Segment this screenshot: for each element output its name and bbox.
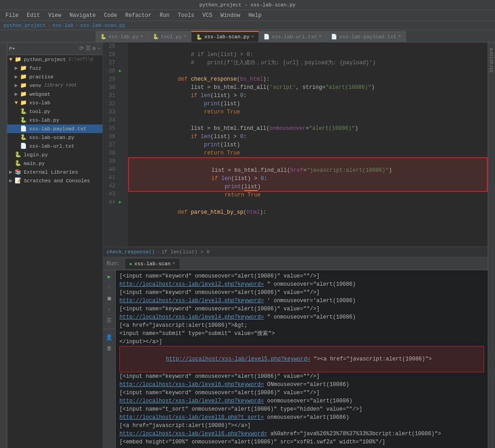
sidebar-toolbar: P▾ ⟳ ☰ ⚙ − bbox=[7, 42, 103, 55]
tab-xss-lab-py[interactable]: 🐍 xss-lab.py × bbox=[96, 31, 148, 42]
run-tab-close[interactable]: × bbox=[172, 261, 175, 266]
collapse-icon[interactable]: ☰ bbox=[86, 45, 91, 52]
output-line-6: http://localhost/xss-lab/level4.php?keyw… bbox=[119, 313, 484, 321]
breadcrumb-project[interactable]: python_project bbox=[4, 23, 46, 28]
output-line-14: http://localhost/xss-lab/level7.php?keyw… bbox=[119, 397, 484, 405]
run-down-button[interactable]: ↓ bbox=[105, 305, 114, 314]
menu-edit[interactable]: Edit bbox=[23, 11, 44, 20]
tab-tool-py[interactable]: 🐍 tool.py × bbox=[148, 31, 191, 42]
run-trash-button[interactable]: 🗑 bbox=[105, 344, 114, 353]
tab-xss-lab-url-txt[interactable]: 📄 xss-lab-url.txt × bbox=[259, 31, 326, 42]
output-line-1: [<input name="keyword" onmouseover="aler… bbox=[119, 272, 484, 280]
tree-item-fuzz[interactable]: ▶ 📁 fuzz bbox=[7, 64, 103, 72]
code-line-35: if len(list) > 0: bbox=[128, 124, 488, 133]
output-line-11: [<input name="keyword" onmouseover="aler… bbox=[119, 372, 484, 381]
code-line-39: list = bs_html.find_all(href="javascript… bbox=[129, 158, 487, 166]
run-up-button[interactable]: ↑ bbox=[105, 283, 114, 292]
tree-item-tool-py[interactable]: 🐍 tool.py bbox=[7, 107, 103, 116]
tree-item-xss-lab[interactable]: ▼ 📁 xss-lab bbox=[7, 98, 103, 107]
tab-xss-lab-scan-py[interactable]: 🐍 xss-lab-scan.py × bbox=[191, 31, 259, 42]
menu-navigate[interactable]: Navigate bbox=[66, 11, 99, 20]
run-stop-button[interactable]: ⏹ bbox=[105, 294, 114, 303]
tree-item-scratches-and-consoles[interactable]: ▶ 📝 Scratches and Consoles bbox=[7, 176, 103, 185]
tree-item-python-project[interactable]: ▼ 📁 python_project E:\soft\p bbox=[7, 55, 103, 64]
menu-view[interactable]: View bbox=[45, 11, 65, 20]
run-label: Run: bbox=[107, 261, 120, 267]
code-line-25: # if len(list) > 0: bbox=[128, 42, 488, 51]
menu-run[interactable]: Run bbox=[156, 11, 173, 20]
output-line-9: </input></a>] bbox=[119, 338, 484, 346]
tree-item-external-libraries[interactable]: ▶ 📚 External Libraries bbox=[7, 168, 103, 176]
sync-icon[interactable]: ⟳ bbox=[79, 45, 84, 52]
line-number-gutter: 25 26 27 28▶ 29 30 31 32 33 34 35 36 37 … bbox=[103, 42, 128, 247]
minimize-icon[interactable]: − bbox=[98, 46, 101, 52]
output-line-8: <input name="submit" type="submit" value… bbox=[119, 330, 484, 338]
menu-help[interactable]: Help bbox=[245, 11, 265, 20]
output-line-5: [<input name="keyword" onmouseover="aler… bbox=[119, 305, 484, 313]
code-line-29: list = bs_html.find_all('script', string… bbox=[128, 75, 488, 83]
run-user-button[interactable]: 👤 bbox=[105, 333, 114, 342]
output-line-highlight: http://localhost/xss-lab/level5.php?keyw… bbox=[119, 346, 484, 372]
settings-icon[interactable]: ⚙ bbox=[93, 45, 96, 52]
output-line-4: http://localhost/xss-lab/level3.php?keyw… bbox=[119, 297, 484, 305]
tree-item-xss-lab-payload-txt[interactable]: 📄 xss-lab-payload.txt bbox=[7, 124, 103, 133]
code-line-31: print(list) bbox=[128, 92, 488, 100]
run-controls: ▶ ↑ ⏹ ↓ ☰ 👤 🗑 bbox=[103, 270, 116, 448]
menu-vcs[interactable]: VCS bbox=[199, 11, 216, 20]
output-line-13: [<input name="keyword" onmouseover="aler… bbox=[119, 389, 484, 397]
code-line-38 bbox=[128, 149, 488, 157]
output-line-16: http://localhost/xss-lab/level10.php?t_s… bbox=[119, 413, 484, 422]
output-line-7: [<a href="javascript:alert(10086)">&gt; bbox=[119, 321, 484, 330]
run-filter-button[interactable]: ☰ bbox=[105, 316, 114, 325]
menu-refactor[interactable]: Refactor bbox=[122, 11, 155, 20]
output-line-12: http://localhost/xss-lab/level6.php?keyw… bbox=[119, 381, 484, 389]
code-line-27 bbox=[128, 59, 488, 67]
code-line-44: def parse_html_by_sp(html): bbox=[128, 200, 488, 208]
code-line-28: def check_response(bs_html): bbox=[128, 67, 488, 75]
code-line-26: # print(f'注入成功，url为: {url}，payload为: {pa… bbox=[128, 51, 488, 59]
tree-item-webgoat[interactable]: ▶ 📁 webgoat bbox=[7, 90, 103, 98]
breadcrumb-check-response[interactable]: check_response() bbox=[107, 249, 155, 255]
menu-window[interactable]: Window bbox=[217, 11, 244, 20]
tree-item-xss-lab-py[interactable]: 🐍 xss-lab.py bbox=[7, 116, 103, 124]
tree-item-xss-lab-url-txt[interactable]: 📄 xss-lab-url.txt bbox=[7, 142, 103, 150]
title-bar: python_project - xss-lab-scan.py bbox=[0, 0, 495, 10]
menu-tools[interactable]: Tools bbox=[174, 11, 198, 20]
code-editor: 25 26 27 28▶ 29 30 31 32 33 34 35 36 37 … bbox=[103, 42, 488, 257]
right-gutter: Structure bbox=[488, 42, 495, 448]
tab-bar: 🐍 xss-lab.py × 🐍 tool.py × 🐍 xss-lab-sca… bbox=[0, 30, 495, 42]
output-line-17: [<a href="javascript:alert(10086)"></a>] bbox=[119, 422, 484, 430]
output-line-2: http://localhost/xss-lab/level2.php?keyw… bbox=[119, 280, 484, 288]
run-play-button[interactable]: ▶ bbox=[105, 272, 114, 281]
structure-tab[interactable]: Structure bbox=[489, 46, 494, 74]
menu-file[interactable]: File bbox=[2, 11, 22, 20]
tree-item-main-py[interactable]: 🐍 main.py bbox=[7, 159, 103, 168]
breadcrumb-if-len[interactable]: if len(list) > 0 bbox=[161, 249, 210, 255]
run-output: [<input name="keyword" onmouseover="aler… bbox=[116, 270, 488, 448]
highlighted-code-block: list = bs_html.find_all(href="javascript… bbox=[128, 157, 488, 192]
output-line-3: [<input name="keyword" onmouseover="aler… bbox=[119, 288, 484, 297]
run-tab-bar: Run: ▶ xss-lab-scan × bbox=[103, 257, 488, 270]
tree-item-xss-lab-scan-py[interactable]: 🐍 xss-lab-scan.py bbox=[7, 133, 103, 142]
code-line-43 bbox=[128, 192, 488, 200]
run-tab-xss-lab-scan[interactable]: ▶ xss-lab-scan × bbox=[125, 259, 180, 269]
tree-item-login-py[interactable]: 🐍 login.py bbox=[7, 150, 103, 159]
run-panel: Run: ▶ xss-lab-scan × ▶ ↑ ⏹ ↓ ☰ bbox=[103, 257, 488, 448]
output-line-19: [<embed height="100%" onmouseover="alert… bbox=[119, 438, 484, 446]
run-panel-content: ▶ ↑ ⏹ ↓ ☰ 👤 🗑 [<input name="keyword" onm… bbox=[103, 270, 488, 448]
left-strip bbox=[0, 42, 7, 448]
code-line-34: list = bs_html.find_all(onmouseover="ale… bbox=[128, 116, 488, 124]
breadcrumb-folder[interactable]: xss-lab bbox=[52, 23, 73, 28]
code-content[interactable]: # if len(list) > 0: # print(f'注入成功，url为:… bbox=[128, 42, 488, 247]
breadcrumb-file[interactable]: xss-lab-scan.py bbox=[80, 23, 125, 28]
project-dropdown[interactable]: P▾ bbox=[9, 46, 15, 51]
code-line-37: return True bbox=[128, 141, 488, 149]
sidebar: P▾ ⟳ ☰ ⚙ − ▼ 📁 python_project E:\soft\p … bbox=[7, 42, 103, 448]
code-line-33 bbox=[128, 108, 488, 116]
title-text: python_project - xss-lab-scan.py bbox=[199, 2, 295, 8]
tree-item-venv[interactable]: ▶ 📁 venv library root bbox=[7, 81, 103, 90]
code-line-30: if len(list) > 0: bbox=[128, 83, 488, 92]
menu-code[interactable]: Code bbox=[100, 11, 121, 20]
tab-xss-lab-payload-txt[interactable]: 📄 xss-lab-payload.txt × bbox=[326, 31, 406, 42]
tree-item-practise[interactable]: ▶ 📁 practise bbox=[7, 72, 103, 81]
